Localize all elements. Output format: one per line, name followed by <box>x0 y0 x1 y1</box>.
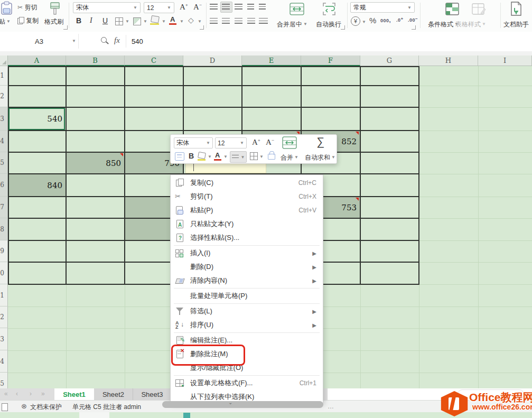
menu-item[interactable]: ?选择性粘贴(S)... <box>171 231 323 245</box>
menu-scroll-more-icon[interactable]: ⌄ <box>228 400 232 405</box>
mini-borders-button[interactable] <box>250 152 258 160</box>
column-header-D[interactable]: D <box>183 55 242 66</box>
decrease-decimal-icon[interactable]: .00− <box>408 16 418 23</box>
align-middle-icon[interactable] <box>222 4 230 10</box>
menu-item[interactable]: 复制(C)Ctrl+C <box>171 176 323 190</box>
menu-item[interactable]: 批量处理单元格(P) <box>171 289 323 303</box>
menu-item[interactable]: ✂剪切(T)Ctrl+X <box>171 190 323 203</box>
distribute-icon[interactable] <box>259 18 268 24</box>
font-color-button[interactable]: A <box>170 15 175 23</box>
conditional-format-icon[interactable] <box>445 2 460 16</box>
row-header-10[interactable]: 10 <box>0 262 8 284</box>
formula-input[interactable]: 540 <box>132 38 143 45</box>
italic-button[interactable]: I <box>90 16 92 25</box>
column-header-B[interactable]: B <box>66 55 125 66</box>
horizontal-scrollbar-thumb[interactable] <box>162 401 323 408</box>
wrap-text-button[interactable]: 自动换行 <box>316 20 341 29</box>
cell-A6[interactable]: 840 <box>8 174 66 197</box>
column-header-E[interactable]: E <box>242 55 301 66</box>
chevron-down-icon[interactable]: ▼ <box>162 19 166 24</box>
chevron-down-icon[interactable]: ▼ <box>259 154 264 159</box>
chevron-down-icon[interactable]: ▼ <box>180 19 184 24</box>
column-header-I[interactable]: I <box>478 55 532 66</box>
menu-item[interactable]: 粘贴(P)Ctrl+V <box>171 203 323 217</box>
row-header-3[interactable]: 3 <box>0 107 8 131</box>
number-format-select[interactable]: 常规▼ <box>350 2 415 13</box>
row-header-7[interactable]: 7 <box>0 197 8 218</box>
menu-item[interactable]: ▸设置单元格格式(F)...Ctrl+1 <box>171 376 323 390</box>
chevron-down-icon[interactable]: ▼ <box>223 154 228 159</box>
clear-format-icon[interactable]: ◇ <box>188 16 194 24</box>
last-sheet-icon[interactable]: » <box>41 390 45 397</box>
chevron-down-icon[interactable]: ▼ <box>198 19 202 24</box>
number-group-expander[interactable] <box>412 25 416 30</box>
align-right-icon[interactable] <box>235 18 242 24</box>
column-header-G[interactable]: G <box>360 55 419 66</box>
chevron-down-icon[interactable]: ▼ <box>125 19 129 24</box>
cell-B5[interactable]: 850 <box>66 152 125 174</box>
column-header-C[interactable]: C <box>125 55 183 66</box>
mini-increase-font-button[interactable]: A+ <box>252 137 260 147</box>
zoom-search-icon[interactable] <box>101 37 107 43</box>
menu-item[interactable]: 清除内容(N)▶ <box>171 274 323 287</box>
mini-autosum-button[interactable]: 自动求和▼ <box>305 153 335 162</box>
font-family-select[interactable]: 宋体▼ <box>73 2 141 13</box>
paste-button[interactable]: 粘贴▼ <box>0 17 11 26</box>
format-painter-button[interactable]: 格式刷 <box>44 17 63 26</box>
align-left-icon[interactable] <box>210 18 218 24</box>
menu-item[interactable]: A只粘贴文本(Y) <box>171 217 323 231</box>
increase-font-button[interactable]: A+ <box>180 2 188 12</box>
column-header-A[interactable]: A <box>8 55 66 66</box>
mini-autosum-icon[interactable]: ∑ <box>316 135 324 148</box>
doc-assistant-icon[interactable] <box>509 1 523 16</box>
menu-item[interactable]: 删除(D)▶ <box>171 260 323 274</box>
chevron-down-icon[interactable]: ▼ <box>362 20 366 24</box>
increase-indent-icon[interactable] <box>259 4 266 10</box>
menu-item[interactable]: AZ↓排序(U)▶ <box>171 318 323 332</box>
row-header-2[interactable]: 2 <box>0 86 8 107</box>
bold-button[interactable]: B <box>76 16 81 25</box>
mini-font-family-select[interactable]: 宋体▼ <box>174 137 213 148</box>
decrease-font-button[interactable]: A− <box>193 2 202 12</box>
chevron-down-icon[interactable]: ▼ <box>143 19 147 24</box>
chevron-down-icon[interactable]: ▼ <box>208 154 212 159</box>
mini-merge-icon[interactable] <box>282 136 297 150</box>
copy-button[interactable]: 复制 <box>17 16 39 25</box>
row-header-1[interactable]: 1 <box>0 66 8 86</box>
increase-decimal-icon[interactable]: .0+ <box>396 16 404 23</box>
comma-format-icon[interactable]: 000, <box>380 17 391 23</box>
alignment-group-expander[interactable] <box>341 25 345 30</box>
align-center-icon[interactable] <box>222 18 230 24</box>
mini-format-painter-icon[interactable] <box>175 152 184 161</box>
mini-font-color-button[interactable]: A <box>215 151 220 159</box>
row-header-11[interactable]: 11 <box>0 284 8 306</box>
sheet-tab-2[interactable]: Sheet2 <box>94 388 133 400</box>
menu-item[interactable]: 插入(I)▶ <box>171 246 323 260</box>
mini-font-size-select[interactable]: 12▼ <box>215 137 247 148</box>
mini-align-button[interactable]: ▼ <box>230 151 247 163</box>
paste-icon[interactable] <box>0 1 13 15</box>
row-header-4[interactable]: 4 <box>0 131 8 152</box>
row-header-6[interactable]: 6 <box>0 174 8 197</box>
select-all-corner[interactable] <box>0 55 8 66</box>
merge-center-button[interactable]: 合并居中▼ <box>277 20 307 29</box>
next-sheet-icon[interactable]: › <box>30 390 32 397</box>
percent-format-icon[interactable]: % <box>369 16 376 25</box>
row-header-13[interactable]: 13 <box>0 328 8 350</box>
name-box[interactable]: A3 <box>0 34 79 49</box>
fill-color-icon[interactable] <box>151 15 160 23</box>
menu-item[interactable]: 筛选(L)▶ <box>171 304 323 318</box>
mini-bold-button[interactable]: B <box>189 152 194 160</box>
wrap-text-icon[interactable] <box>321 2 337 16</box>
prev-sheet-icon[interactable]: ‹ <box>16 390 18 397</box>
font-size-select[interactable]: 12▼ <box>144 2 174 13</box>
sheet-tab-1[interactable]: Sheet1 <box>54 388 94 400</box>
underline-button[interactable]: U <box>102 16 108 25</box>
active-cell-A3[interactable] <box>8 108 65 130</box>
clipboard-group-expander[interactable] <box>63 25 68 30</box>
row-header-12[interactable]: 12 <box>0 306 8 328</box>
row-header-5[interactable]: 5 <box>0 152 8 174</box>
column-header-F[interactable]: F <box>301 55 360 66</box>
row-header-9[interactable]: 9 <box>0 240 8 262</box>
borders-button[interactable] <box>115 17 123 25</box>
